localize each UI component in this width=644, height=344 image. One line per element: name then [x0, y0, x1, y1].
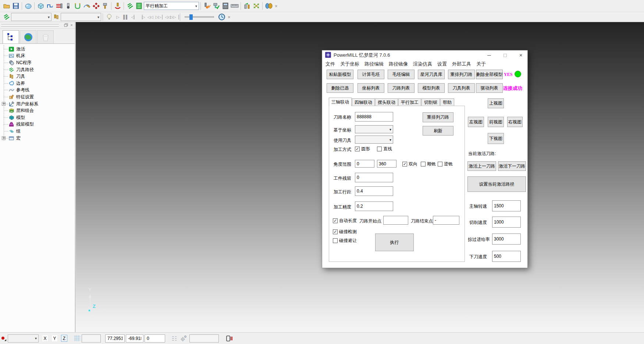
open-project-icon[interactable] — [2, 1, 11, 11]
z-axis-button[interactable]: Z — [61, 335, 67, 342]
stock-allowance-field[interactable] — [355, 173, 393, 182]
tree-item-feature-sets[interactable]: 特征设置 — [0, 94, 75, 101]
tree-item-toolpaths[interactable]: 刀具路径 — [0, 66, 75, 73]
compare-models-icon[interactable] — [264, 1, 273, 11]
base-coord-select[interactable]: ▾ — [355, 125, 393, 133]
menu-external-tools[interactable]: 外部工具 — [452, 61, 471, 67]
expand-icon[interactable] — [2, 102, 6, 106]
clock-icon[interactable] — [217, 13, 226, 22]
menu-about-coords[interactable]: 关于坐标 — [340, 61, 359, 67]
play-button[interactable]: ▷ — [114, 13, 122, 21]
sim-speed-slider[interactable] — [185, 16, 214, 18]
model-list-button[interactable]: 模型列表 — [418, 83, 445, 93]
delete-all-models-button[interactable]: 删除全部模型 — [476, 70, 503, 79]
tool-list-button[interactable]: 刀具列表 — [448, 83, 475, 93]
strategy-list-icon[interactable] — [135, 1, 144, 11]
toolbar-close-icon[interactable]: × — [226, 14, 232, 20]
go-to-end-button[interactable]: ▷▷▕ — [170, 13, 178, 21]
start-point-field[interactable] — [383, 216, 408, 225]
feature-set-icon[interactable] — [91, 1, 100, 11]
menu-path-mirror[interactable]: 路径镜像 — [389, 61, 408, 67]
toolpath-strategy-icon[interactable] — [45, 1, 54, 11]
toolpath-name-field[interactable] — [355, 112, 393, 122]
line-checkbox[interactable]: 直线 — [377, 146, 392, 152]
right-view-button[interactable]: 右视图 — [507, 117, 523, 127]
maximize-button[interactable] — [498, 50, 512, 60]
collision-check-icon[interactable] — [202, 1, 211, 11]
grid-toggle-icon[interactable] — [72, 334, 82, 343]
climb-checkbox[interactable]: 顺铣 — [421, 161, 436, 167]
sim-toolpath-combo[interactable]: ▾ — [11, 13, 51, 21]
bidirectional-checkbox[interactable]: ✓双向 — [402, 161, 417, 167]
workplane-picker-icon[interactable] — [179, 334, 188, 343]
tree-item-levels-and-sets[interactable]: 层和组合 — [0, 107, 75, 114]
device-pause-icon[interactable] — [225, 334, 234, 343]
dialog-titlebar[interactable]: PowerMILL 忆梦星河 7.0.6 × — [322, 50, 527, 60]
refresh-button[interactable]: 刷新 — [423, 126, 453, 136]
panel-grip[interactable]: × — [0, 22, 75, 29]
compute-block-button[interactable]: 计算毛坯 — [357, 70, 384, 79]
tree-item-nc-programs[interactable]: NC程序 — [0, 59, 75, 66]
set-active-path-button[interactable]: 设置当前激活路径 — [467, 176, 526, 192]
calculator-icon[interactable] — [221, 1, 230, 11]
tree-item-boundaries[interactable]: 边界 — [0, 80, 75, 87]
collision-check-checkbox[interactable]: ✓碰撞检测 — [333, 229, 357, 235]
powermill-logo-icon[interactable] — [125, 1, 135, 11]
tree-item-machine-tool[interactable]: 机床 — [0, 53, 75, 60]
tab-world[interactable] — [20, 30, 36, 43]
coord-list-icon[interactable] — [170, 334, 179, 343]
paste-new-model-button[interactable]: 粘贴新模型 — [327, 70, 353, 79]
menu-settings[interactable]: 设置 — [437, 61, 447, 67]
panel-float-icon[interactable] — [64, 23, 68, 27]
rewind-button[interactable]: ◁◁ — [146, 13, 154, 21]
drive-list-button[interactable]: 驱动列表 — [476, 83, 503, 93]
front-view-button[interactable]: 前视图 — [488, 117, 504, 127]
rearrange-button[interactable]: 重排列刀路 — [423, 112, 453, 122]
left-view-button[interactable]: 左视图 — [468, 117, 484, 127]
tolerance-field[interactable] — [355, 201, 393, 211]
tree-item-groups[interactable]: 组 — [0, 128, 75, 135]
coord-z-field[interactable] — [145, 334, 165, 343]
measure-icon[interactable] — [230, 1, 239, 11]
xinghe-tool-library-button[interactable]: 星河刀具库 — [418, 70, 445, 79]
simulation-icon[interactable] — [113, 1, 122, 11]
block-edit-button[interactable]: 毛坯编辑 — [388, 70, 414, 79]
point-picker-icon[interactable] — [1, 336, 6, 341]
auto-length-checkbox[interactable]: ✓自动长度 — [333, 218, 357, 224]
status-message-field[interactable] — [189, 334, 219, 343]
prev-toolpath-button[interactable]: 激活上一刀路 — [467, 161, 496, 171]
bottom-view-button[interactable]: 下视图 — [488, 133, 504, 144]
coord-x-field[interactable] — [105, 334, 125, 343]
menu-about[interactable]: 关于 — [476, 61, 486, 67]
tree-item-workplanes[interactable]: 用户坐标系 — [0, 101, 75, 108]
close-button[interactable]: × — [514, 50, 527, 60]
tool-select[interactable]: ▾ — [355, 136, 393, 144]
boundary-icon[interactable] — [73, 1, 82, 11]
tree-item-patterns[interactable]: 参考线 — [0, 87, 75, 94]
tab-explorer[interactable] — [3, 30, 19, 43]
sim-tool-combo[interactable]: ▾ — [61, 13, 101, 21]
tab-recycle-bin[interactable] — [37, 30, 54, 43]
minimize-button[interactable] — [483, 50, 496, 60]
menu-path-edit[interactable]: 路径编辑 — [364, 61, 384, 67]
collision-avoid-checkbox[interactable]: 碰撞避让 — [333, 238, 357, 244]
menu-file[interactable]: 文件 — [325, 61, 335, 67]
next-toolpath-button[interactable]: 激活下一刀路 — [498, 161, 526, 171]
go-to-start-button[interactable]: ▏◁◁ — [162, 13, 170, 21]
fast-forward-button[interactable]: ▷▷ — [154, 13, 162, 21]
plunge-feed-field[interactable] — [492, 251, 521, 262]
tool-change-icon[interactable] — [242, 1, 252, 11]
coord-y-field[interactable] — [126, 334, 143, 343]
cutting-feed-field[interactable] — [492, 217, 521, 228]
tab-parallel[interactable]: 平行加工 — [398, 98, 421, 106]
tree-item-models[interactable]: 模型 — [0, 114, 75, 121]
delete-selected-button[interactable]: 删除已选 — [327, 83, 353, 93]
shaded-view-icon[interactable] — [24, 1, 33, 11]
status-combo[interactable]: ▾ — [8, 334, 39, 343]
toolbar-close-icon[interactable]: × — [273, 3, 279, 9]
tool-icon[interactable] — [64, 1, 73, 11]
x-axis-button[interactable]: X — [42, 335, 48, 342]
execute-button[interactable]: 执行 — [375, 234, 414, 251]
step-forward-button[interactable]: ▕▷ — [138, 13, 146, 21]
tree-item-stock-models[interactable]: 残留模型 — [0, 121, 75, 128]
